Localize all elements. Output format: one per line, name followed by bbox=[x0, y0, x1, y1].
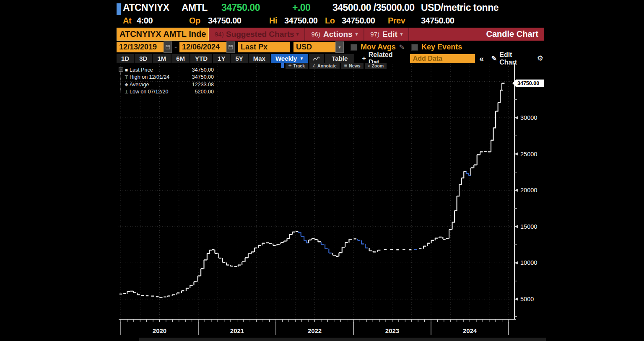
suggested-charts-menu[interactable]: 94) Suggested Charts ▾ bbox=[209, 28, 305, 41]
gear-icon[interactable]: ⚙ bbox=[535, 54, 546, 63]
prev-value: 34750.00 bbox=[421, 16, 454, 26]
date-to-input[interactable]: 12/06/2024 bbox=[179, 42, 226, 52]
cursor-indicator bbox=[117, 3, 121, 15]
pencil-icon: ✎ bbox=[491, 54, 497, 62]
period-tab-max[interactable]: Max bbox=[249, 54, 270, 63]
currency-select[interactable]: USD bbox=[293, 42, 335, 52]
legend-value: 12233.08 bbox=[192, 82, 214, 88]
legend-value: 34750.00 bbox=[192, 67, 214, 73]
bottom-bar-edge bbox=[139, 338, 546, 341]
period-tab-3d[interactable]: 3D bbox=[135, 54, 152, 63]
calendar-icon[interactable] bbox=[226, 41, 235, 53]
chevron-down-icon: ▼ bbox=[299, 56, 304, 61]
period-tab-6m[interactable]: 6M bbox=[171, 54, 190, 63]
legend-label: Last Price bbox=[130, 67, 153, 73]
add-data-input[interactable]: Add Data bbox=[410, 54, 475, 63]
legend-marker-icon: ⊤ bbox=[123, 75, 130, 80]
edit-menu[interactable]: 97) Edit ▾ bbox=[364, 28, 409, 41]
chart-tools: ✛Track∠Annotate≣News⌕Zoom bbox=[281, 63, 387, 69]
chart-type-title: Candle Chart bbox=[486, 28, 544, 41]
ohlc-row: At 4:00 Op 34750.00 Hi 34750.00 Lo 34750… bbox=[117, 16, 546, 27]
security-code: AMTL bbox=[182, 2, 208, 13]
security-input[interactable]: ATCNYIYX AMTL Inde bbox=[117, 28, 209, 41]
pencil-icon[interactable]: ✎ bbox=[399, 43, 405, 51]
at-label: At bbox=[123, 16, 131, 26]
chevron-down-icon: ▾ bbox=[296, 31, 299, 37]
mov-avgs-label: Mov Avgs bbox=[361, 43, 396, 52]
collapse-icon[interactable]: « bbox=[476, 54, 487, 63]
high-label: Hi bbox=[269, 16, 277, 26]
legend-label: Low on 07/12/20 bbox=[130, 89, 168, 95]
legend-collapse-icon[interactable]: - bbox=[119, 67, 123, 72]
legend-marker-icon: ⊥ bbox=[123, 89, 130, 95]
chevron-down-icon: ▾ bbox=[400, 31, 403, 37]
legend-value: 5200.00 bbox=[195, 89, 214, 95]
low-label: Lo bbox=[325, 16, 335, 26]
chevron-down-icon: ▾ bbox=[356, 31, 358, 37]
security-header: ATCNYIYX AMTL 34750.00 +.00 34500.00 /35… bbox=[117, 2, 546, 16]
period-tab-1m[interactable]: 1M bbox=[153, 54, 171, 63]
at-time: 4:00 bbox=[137, 16, 153, 26]
legend-label: Average bbox=[130, 82, 149, 88]
legend-row[interactable]: ■Last Price34750.00 bbox=[123, 66, 214, 74]
period-tab-5y[interactable]: 5Y bbox=[231, 54, 247, 63]
legend-row[interactable]: ⊥Low on 07/12/205200.00 bbox=[123, 88, 214, 96]
zoom-icon: ⌕ bbox=[368, 64, 370, 68]
key-events-checkbox[interactable] bbox=[411, 44, 418, 51]
date-from-input[interactable]: 12/13/2019 bbox=[117, 42, 164, 52]
legend-marker-icon: ■ bbox=[123, 67, 130, 72]
prev-label: Prev bbox=[388, 16, 405, 26]
legend-row[interactable]: ⊤High on 12/01/2434750.00 bbox=[123, 74, 214, 81]
zoom-tool-button[interactable]: ⌕Zoom bbox=[365, 63, 387, 69]
edit-chart-button[interactable]: ✎ Edit Chart bbox=[488, 51, 534, 66]
table-button[interactable]: Table bbox=[325, 54, 354, 63]
news-tool-button[interactable]: ≣News bbox=[341, 63, 364, 69]
price-change: +.00 bbox=[292, 2, 310, 13]
period-toolbar: 1D3D1M6MYTD1Y5YMax Weekly ▼ Table + Rela… bbox=[117, 54, 546, 63]
price-field-select[interactable]: Last Px bbox=[238, 42, 290, 52]
period-tab-ytd[interactable]: YTD bbox=[190, 54, 212, 63]
annotate-icon: ∠ bbox=[312, 64, 316, 68]
last-price: 34750.00 bbox=[221, 2, 260, 13]
terminal-panel: ATCNYIYX AMTL 34750.00 +.00 34500.00 /35… bbox=[117, 0, 546, 341]
period-tab-1y[interactable]: 1Y bbox=[213, 54, 230, 63]
key-events-label: Key Events bbox=[421, 43, 462, 52]
legend-tree-line bbox=[120, 71, 121, 93]
period-tab-1d[interactable]: 1D bbox=[117, 54, 134, 63]
date-range-separator: - bbox=[174, 43, 177, 52]
controls-row: 12/13/2019 - 12/06/2024 Last Px USD ▾ Mo… bbox=[117, 41, 546, 53]
legend-row[interactable]: ◆Average12233.08 bbox=[123, 81, 214, 88]
frequency-select[interactable]: Weekly ▼ bbox=[271, 54, 308, 63]
open-label: Op bbox=[189, 16, 200, 26]
chart-legend: - ■Last Price34750.00⊤High on 12/01/2434… bbox=[119, 66, 214, 96]
mov-avgs-checkbox[interactable] bbox=[351, 44, 357, 51]
legend-label: High on 12/01/24 bbox=[130, 74, 169, 80]
menu-bar: ATCNYIYX AMTL Inde 94) Suggested Charts … bbox=[117, 28, 544, 41]
calendar-icon[interactable] bbox=[164, 41, 172, 53]
actions-menu[interactable]: 96) Actions ▾ bbox=[305, 28, 364, 41]
chevron-down-icon[interactable]: ▾ bbox=[335, 41, 344, 53]
price-unit: USD/metric tonne bbox=[421, 2, 499, 13]
ticker: ATCNYIYX bbox=[123, 2, 169, 13]
toolbar-handle[interactable] bbox=[281, 63, 284, 68]
annotate-tool-button[interactable]: ∠Annotate bbox=[309, 63, 340, 69]
track-icon: ✛ bbox=[288, 64, 292, 68]
legend-marker-icon: ◆ bbox=[123, 82, 130, 87]
news-icon: ≣ bbox=[344, 64, 348, 68]
bid-ask: 34500.00 /35000.00 bbox=[332, 2, 415, 13]
low-value: 34750.00 bbox=[342, 16, 375, 26]
plus-icon: + bbox=[362, 55, 366, 62]
open-value: 34750.00 bbox=[208, 16, 241, 26]
track-tool-button[interactable]: ✛Track bbox=[286, 63, 308, 69]
legend-value: 34750.00 bbox=[192, 74, 214, 80]
line-chart-icon[interactable] bbox=[309, 54, 324, 63]
high-value: 34750.00 bbox=[284, 16, 317, 26]
